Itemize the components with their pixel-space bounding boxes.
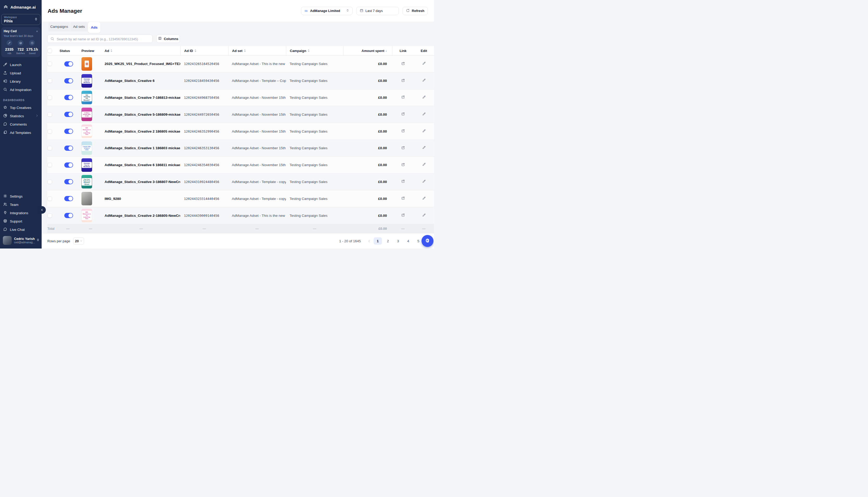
columns-button[interactable]: Columns — [156, 34, 180, 43]
select-all-checkbox[interactable] — [47, 48, 52, 53]
row-checkbox[interactable] — [47, 112, 52, 117]
logo[interactable]: Admanage.ai — [0, 0, 42, 10]
sidebar-item-top-creatives[interactable]: Top Creatives — [0, 103, 42, 112]
ad-name[interactable]: AdManage_Statics_Creative 7-186813-micka… — [102, 89, 180, 106]
sidebar-item-launch[interactable]: Launch — [0, 60, 42, 69]
page-button-4[interactable]: 4 — [404, 237, 412, 245]
row-checkbox[interactable] — [47, 146, 52, 150]
external-link-icon[interactable] — [401, 112, 405, 117]
sidebar-collapse-button[interactable] — [38, 206, 46, 214]
user-menu[interactable]: Cedric Yarish ced@admanag... — [0, 234, 42, 248]
sidebar-item-integrations[interactable]: Integrations — [0, 209, 42, 217]
edit-icon[interactable] — [422, 78, 426, 83]
row-checkbox[interactable] — [47, 163, 52, 167]
row-checkbox[interactable] — [47, 213, 52, 218]
external-link-icon[interactable] — [401, 196, 405, 201]
tab-campaigns[interactable]: Campaigns — [49, 22, 70, 31]
edit-icon[interactable] — [422, 162, 426, 167]
external-link-icon[interactable] — [401, 162, 405, 168]
edit-icon[interactable] — [422, 95, 426, 100]
ad-preview-thumbnail[interactable] — [81, 57, 92, 71]
edit-icon[interactable] — [422, 213, 426, 218]
page-button-2[interactable]: 2 — [384, 237, 392, 245]
status-toggle[interactable] — [64, 78, 73, 83]
ad-name[interactable]: AdManage_Statics_Creative 6 — [102, 72, 180, 89]
ad-preview-thumbnail[interactable] — [81, 192, 92, 205]
external-link-icon[interactable] — [401, 61, 405, 67]
pagination-prev-icon[interactable] — [366, 239, 372, 243]
ad-name[interactable]: IMG_9280 — [102, 190, 180, 207]
ad-name[interactable]: AdManage_Statics_Creative 3-186807-NewCr… — [102, 174, 180, 190]
page-button-5[interactable]: 5 — [414, 237, 423, 245]
external-link-icon[interactable] — [401, 95, 405, 100]
edit-icon[interactable] — [422, 61, 426, 66]
row-checkbox[interactable] — [47, 129, 52, 133]
ad-preview-thumbnail[interactable]: 1 click 1 minute 100s of ads — [81, 108, 92, 121]
page-button-3[interactable]: 3 — [394, 237, 402, 245]
status-toggle[interactable] — [64, 112, 73, 117]
status-toggle[interactable] — [64, 145, 73, 151]
status-toggle[interactable] — [64, 179, 73, 184]
row-checkbox[interactable] — [47, 95, 52, 100]
sidebar-item-ad-inspiration[interactable]: Ad Inspiration — [0, 86, 42, 94]
ad-preview-thumbnail[interactable]: 90% Reduction in Ad Launching Time — [81, 209, 92, 222]
ad-preview-thumbnail[interactable]: Launch 100s of Ads in <1min. — [81, 141, 92, 155]
edit-icon[interactable] — [422, 145, 426, 151]
row-checkbox[interactable] — [47, 197, 52, 201]
column-header-ad[interactable]: Ad — [102, 46, 180, 55]
status-toggle[interactable] — [64, 61, 73, 67]
close-icon[interactable]: × — [36, 30, 38, 33]
edit-icon[interactable] — [422, 179, 426, 184]
ad-preview-thumbnail[interactable]: Automate Your Ad Workflows — [81, 74, 92, 88]
sidebar-item-statistics[interactable]: Statistics — [0, 112, 42, 120]
column-header-ad-id[interactable]: Ad ID — [180, 46, 228, 55]
workspace-selector[interactable]: Workspace Pihla — [1, 14, 40, 25]
row-checkbox[interactable] — [47, 79, 52, 83]
date-range-selector[interactable]: Last 7 days — [356, 7, 399, 15]
row-checkbox[interactable] — [47, 180, 52, 184]
sidebar-item-library[interactable]: Library — [0, 77, 42, 86]
refresh-button[interactable]: Refresh — [402, 7, 428, 15]
ad-name[interactable]: AdManage_Statics_Creative 2-186805-NewCr… — [102, 207, 180, 224]
external-link-icon[interactable] — [401, 145, 405, 151]
external-link-icon[interactable] — [401, 213, 405, 218]
sidebar-item-settings[interactable]: Settings — [0, 192, 42, 200]
ad-name[interactable]: AdManage_Statics_Creative 5-186809-micka… — [102, 106, 180, 123]
ad-preview-thumbnail[interactable]: 90% Reduction in Ad Launching Time — [81, 125, 92, 138]
ad-name[interactable]: AdManage_Statics_Creative 1 186803 micka… — [102, 140, 180, 156]
edit-icon[interactable] — [422, 112, 426, 117]
search-input[interactable] — [56, 35, 151, 43]
tab-ad-sets[interactable]: Ad sets — [70, 22, 88, 31]
sidebar-item-comments[interactable]: Comments — [0, 120, 42, 128]
column-header-campaign[interactable]: Campaign — [286, 46, 343, 55]
sidebar-item-team[interactable]: Team — [0, 200, 42, 209]
ad-name[interactable]: AdManage_Statics_Creative 2 186805 micka… — [102, 123, 180, 140]
sidebar-item-live-chat[interactable]: Live Chat — [0, 225, 42, 234]
rows-per-page-select[interactable]: 20 — [73, 237, 84, 245]
status-toggle[interactable] — [64, 129, 73, 134]
sidebar-item-upload[interactable]: Upload — [0, 69, 42, 77]
ad-preview-thumbnail[interactable]: Automate Your Ad Workflows — [81, 158, 92, 172]
status-toggle[interactable] — [64, 213, 73, 218]
edit-icon[interactable] — [422, 129, 426, 134]
page-button-1[interactable]: 1 — [374, 237, 382, 245]
status-toggle[interactable] — [64, 196, 73, 201]
status-toggle[interactable] — [64, 162, 73, 168]
column-header-amount-spent[interactable]: Amount spent↓ — [343, 46, 392, 55]
ad-preview-thumbnail[interactable]: Free Your Team From Repetitive Uploads — [81, 175, 92, 188]
external-link-icon[interactable] — [401, 129, 405, 134]
ad-preview-thumbnail[interactable]: Still Uploading Ads Manually? — [81, 91, 92, 104]
tab-ads[interactable]: Ads — [88, 22, 100, 33]
status-toggle[interactable] — [64, 95, 73, 100]
ad-name[interactable]: AdManage_Statics_Creative 6 186811 micka… — [102, 157, 180, 173]
column-header-ad-set[interactable]: Ad set — [228, 46, 286, 55]
live-chat-fab[interactable] — [422, 235, 433, 247]
external-link-icon[interactable] — [401, 179, 405, 184]
edit-icon[interactable] — [422, 196, 426, 201]
ad-account-selector[interactable]: ∞ AdManage Limited — [301, 7, 353, 15]
sidebar-item-ad-templates[interactable]: Ad Templates — [0, 128, 42, 137]
sidebar-item-support[interactable]: Support — [0, 217, 42, 225]
row-checkbox[interactable] — [47, 61, 52, 66]
external-link-icon[interactable] — [401, 78, 405, 83]
ad-name[interactable]: 2025_WK25_V01_Product_Focused_IMG+TEXT_C — [102, 56, 180, 72]
